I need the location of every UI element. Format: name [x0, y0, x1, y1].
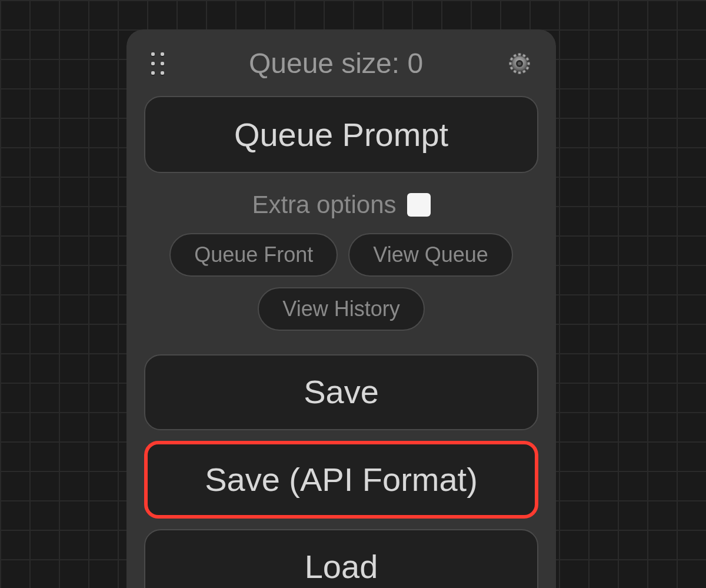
view-queue-button[interactable]: View Queue [348, 233, 512, 277]
queue-actions-row: Queue Front View Queue [144, 233, 538, 277]
drag-handle-icon[interactable] [151, 52, 164, 75]
panel-header: Queue size: 0 [144, 47, 538, 79]
queue-size-label: Queue size: 0 [164, 47, 508, 79]
extra-options-checkbox[interactable] [407, 193, 431, 217]
history-row: View History [144, 287, 538, 331]
svg-point-2 [518, 62, 521, 65]
extra-options-label: Extra options [252, 191, 396, 219]
queue-front-button[interactable]: Queue Front [169, 233, 338, 277]
view-history-button[interactable]: View History [258, 287, 424, 331]
extra-options-row: Extra options [144, 191, 538, 219]
queue-prompt-button[interactable]: Queue Prompt [144, 96, 538, 173]
gear-icon[interactable] [508, 52, 531, 75]
save-api-format-button[interactable]: Save (API Format) [144, 441, 538, 519]
control-panel: Queue size: 0 [126, 29, 556, 588]
load-button[interactable]: Load [144, 529, 538, 588]
save-button[interactable]: Save [144, 354, 538, 430]
